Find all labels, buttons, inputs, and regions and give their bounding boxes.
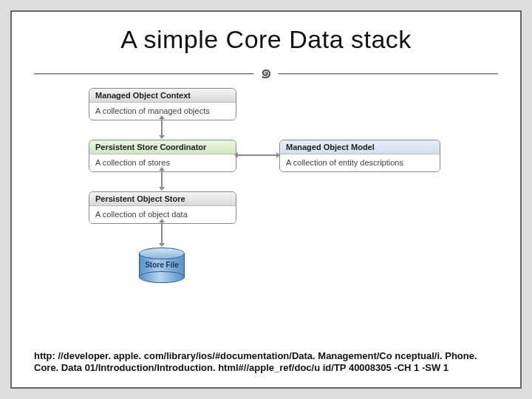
slide-frame: A simple Core Data stack ๑ Managed Objec…: [10, 10, 522, 389]
cylinder-top: [139, 248, 185, 259]
store-file-cylinder: Store File: [139, 248, 185, 283]
box-header: Persistent Object Store: [89, 192, 236, 206]
box-header: Persistent Store Coordinator: [89, 140, 236, 154]
box-managed-object-model: Managed Object Model A collection of ent…: [279, 140, 440, 172]
box-body: A collection of entity descriptions: [280, 154, 440, 171]
cylinder-bottom: [139, 271, 185, 283]
arrow-psc-mom: [238, 154, 276, 156]
arrow-psc-pos: [161, 171, 163, 187]
source-link-text: http: //developer. apple. com/library/io…: [34, 350, 498, 375]
flourish-icon: ๑: [254, 63, 279, 82]
arrow-moc-psc: [161, 119, 163, 135]
arrow-pos-store: [161, 222, 163, 243]
box-header: Managed Object Model: [280, 140, 440, 154]
slide-title: A simple Core Data stack: [34, 25, 498, 54]
box-header: Managed Object Context: [89, 89, 236, 103]
core-data-diagram: Managed Object Context A collection of m…: [89, 88, 443, 317]
cylinder-label: Store File: [140, 262, 184, 270]
title-rule: ๑: [34, 63, 498, 83]
